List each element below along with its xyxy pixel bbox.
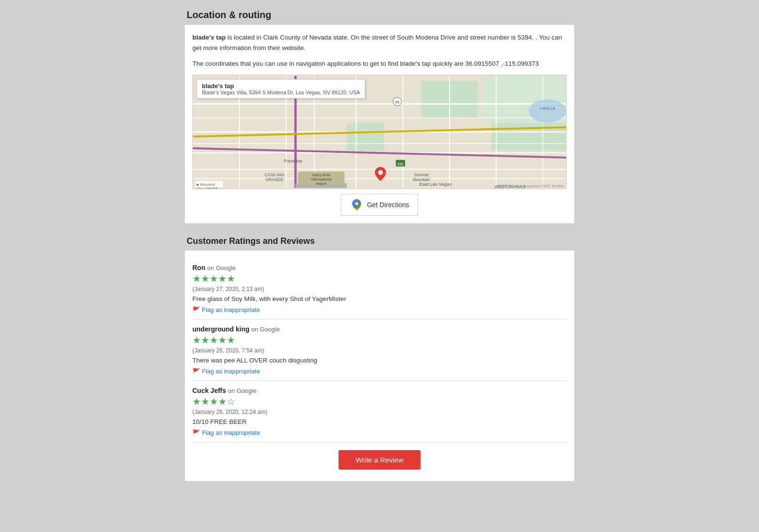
review-text: 10/10 FREE BEER xyxy=(192,418,567,425)
svg-text:Airport: Airport xyxy=(316,181,327,186)
svg-rect-3 xyxy=(347,122,384,151)
svg-point-52 xyxy=(378,170,383,175)
reviewer-source: on Google xyxy=(228,387,257,394)
svg-text:95: 95 xyxy=(395,100,399,104)
reviewer-header: underground king on Google xyxy=(192,325,567,333)
location-card: blade's tap is located in Clark County o… xyxy=(184,24,575,224)
review-item: Ron on Google ★★★★★ (January 27, 2020, 2… xyxy=(192,258,567,320)
coordinates-text: The coordinates that you can use in navi… xyxy=(192,59,567,69)
flag-icon: 🚩 xyxy=(192,368,200,375)
location-section-title: Location & routing xyxy=(180,5,579,24)
flag-icon: 🚩 xyxy=(192,306,200,313)
svg-text:International: International xyxy=(311,177,331,181)
reviews-section-title: Customer Ratings and Reviews xyxy=(180,231,579,250)
write-review-button[interactable]: Write a Review xyxy=(339,450,421,470)
get-directions-label: Get Directions xyxy=(367,201,409,209)
svg-text:■ Microsoft: ■ Microsoft xyxy=(197,182,215,186)
svg-text:East Las Vegas: East Las Vegas xyxy=(419,181,452,186)
write-review-row: Write a Review xyxy=(192,450,567,470)
map-place-address: Blade's Vegas Villa, 5394 S Modena Dr, L… xyxy=(202,90,360,95)
reviewer-source: on Google xyxy=(207,264,236,271)
reviewer-source: on Google xyxy=(251,326,280,333)
review-date: (January 26, 2020, 12:24 am) xyxy=(192,409,567,415)
svg-point-46 xyxy=(529,99,566,122)
svg-text:Mountain: Mountain xyxy=(413,177,430,182)
map-place-name: blade's tap xyxy=(202,82,360,90)
location-description: blade's tap is located in Clark County o… xyxy=(192,32,567,53)
svg-text:Sunrise: Sunrise xyxy=(414,172,429,177)
map-info-box: blade's tap Blade's Vegas Villa, 5394 S … xyxy=(197,79,365,99)
star-rating: ★★★★★ xyxy=(192,272,567,285)
reviewer-header: Ron on Google xyxy=(192,264,567,271)
flag-icon: 🚩 xyxy=(192,429,200,436)
map-container: 582 95 Harry Reid International Airport … xyxy=(192,75,567,189)
reviewer-name: Cuck Jeffs xyxy=(192,387,226,394)
star-rating: ★★★★☆ xyxy=(192,395,567,408)
location-description-rest: is located in Clark County of Nevada sta… xyxy=(192,34,562,51)
flag-row: 🚩 Flag as inappropriate xyxy=(192,429,567,436)
flag-row: 🚩 Flag as inappropriate xyxy=(192,306,567,313)
reviewer-name: underground king xyxy=(192,325,250,333)
reviewer-header: Cuck Jeffs on Google xyxy=(192,387,567,394)
review-date: (January 26, 2020, 7:54 am) xyxy=(192,347,567,354)
svg-point-53 xyxy=(355,202,358,205)
review-text: Free glass of Soy Milk, with every Shot … xyxy=(192,295,567,302)
svg-text:© 2022 Microsoft Corporation ©: © 2022 Microsoft Corporation ©2021 TomTo… xyxy=(497,184,564,188)
flag-link[interactable]: Flag as inappropriate xyxy=(202,306,260,313)
reviewer-name: Ron xyxy=(192,264,205,271)
svg-text:582: 582 xyxy=(398,161,404,166)
svg-text:Bing: Bing xyxy=(197,186,204,188)
review-date: (January 27, 2020, 2:13 am) xyxy=(192,286,567,292)
maps-icon xyxy=(350,198,363,211)
review-item: underground king on Google ★★★★★ (Januar… xyxy=(192,320,567,381)
svg-text:GRANDE: GRANDE xyxy=(266,177,284,182)
flag-link[interactable]: Flag as inappropriate xyxy=(202,368,260,375)
svg-text:Harry Reid: Harry Reid xyxy=(312,173,330,177)
flag-row: 🚩 Flag as inappropriate xyxy=(192,368,567,375)
svg-text:Paradise: Paradise xyxy=(284,158,302,163)
get-directions-row: Get Directions xyxy=(192,194,567,216)
svg-text:LAKE LA: LAKE LA xyxy=(540,106,556,110)
flag-link[interactable]: Flag as inappropriate xyxy=(202,429,260,436)
review-item: Cuck Jeffs on Google ★★★★☆ (January 26, … xyxy=(192,381,567,442)
review-text: There was pee ALL OVER couch disgusting xyxy=(192,357,567,364)
svg-text:CASA MIA: CASA MIA xyxy=(265,172,285,177)
get-directions-button[interactable]: Get Directions xyxy=(341,194,419,216)
business-name-bold: blade's tap xyxy=(192,34,226,41)
star-rating: ★★★★★ xyxy=(192,334,567,346)
reviews-card: Ron on Google ★★★★★ (January 27, 2020, 2… xyxy=(184,250,575,482)
